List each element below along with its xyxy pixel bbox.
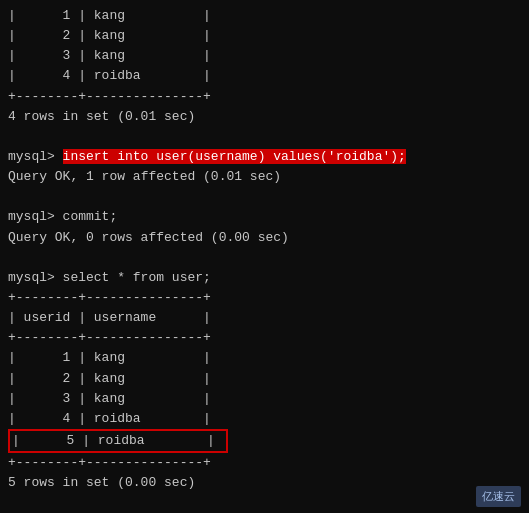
line-divider-4: +--------+---------------+ xyxy=(8,453,521,473)
line-row-1: | 1 | kang | xyxy=(8,348,521,368)
line-row-4: | 4 | roidba | xyxy=(8,409,521,429)
line-divider-3: +--------+---------------+ xyxy=(8,328,521,348)
insert-command: insert into user(username) values('roidb… xyxy=(63,149,406,164)
line-query-ok-2: Query OK, 0 rows affected (0.00 sec) xyxy=(8,228,521,248)
line-row-2: | 2 | kang | xyxy=(8,369,521,389)
line-2: | 2 | kang | xyxy=(8,26,521,46)
line-insert-cmd: mysql> insert into user(username) values… xyxy=(8,147,521,167)
line-select: mysql> select * from user; xyxy=(8,268,521,288)
line-query-ok-1: Query OK, 1 row affected (0.01 sec) xyxy=(8,167,521,187)
line-divider-2: +--------+---------------+ xyxy=(8,288,521,308)
line-1: | 1 | kang | xyxy=(8,6,521,26)
line-divider-1: +--------+---------------+ xyxy=(8,87,521,107)
line-rowcount-1: 4 rows in set (0.01 sec) xyxy=(8,107,521,127)
terminal-window: | 1 | kang | | 2 | kang | | 3 | kang | |… xyxy=(0,0,529,513)
prompt-label: mysql> xyxy=(8,149,63,164)
line-empty-4 xyxy=(8,493,521,513)
line-empty-1 xyxy=(8,127,521,147)
line-empty-3 xyxy=(8,248,521,268)
watermark: 亿速云 xyxy=(476,486,521,507)
line-commit: mysql> commit; xyxy=(8,207,521,227)
highlighted-row-5: | 5 | roidba | xyxy=(8,429,228,453)
line-rowcount-2: 5 rows in set (0.00 sec) xyxy=(8,473,521,493)
line-row-5: | 5 | roidba | xyxy=(10,431,217,451)
line-3: | 3 | kang | xyxy=(8,46,521,66)
line-header: | userid | username | xyxy=(8,308,521,328)
line-4: | 4 | roidba | xyxy=(8,66,521,86)
line-row-3: | 3 | kang | xyxy=(8,389,521,409)
line-empty-2 xyxy=(8,187,521,207)
affected-text: affected xyxy=(133,169,195,184)
